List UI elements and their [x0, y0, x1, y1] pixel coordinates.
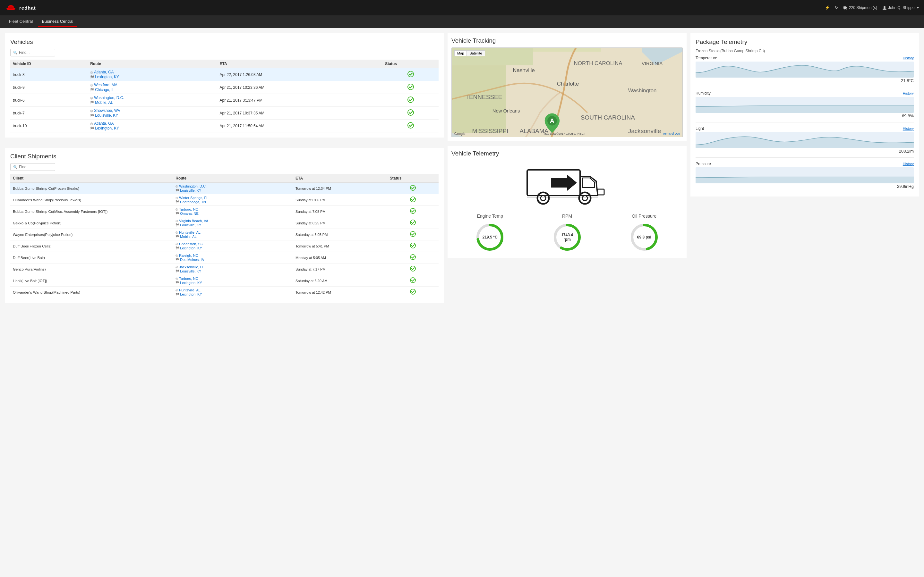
map-tab-map[interactable]: Map: [454, 50, 467, 56]
route-cell: ◎ Charleston, SC 🏁 Lexington, KY: [173, 240, 293, 252]
telemetry-label: Temperature: [696, 56, 717, 60]
top-bar-right: ⚡ ↻ 220 Shipment(s) John Q. Shipper ▾: [825, 5, 919, 10]
svg-text:A: A: [550, 117, 554, 124]
telemetry-chart: [696, 97, 914, 113]
svg-point-19: [410, 277, 415, 283]
eta-cell: Apr 22, 2017 1:26:03 AM: [217, 68, 383, 81]
table-row[interactable]: Ollivander's Wand Shop(Precious Jewels) …: [10, 194, 439, 206]
client-cell: Gekko & Co(Polyjuice Potion): [10, 218, 173, 229]
svg-point-46: [537, 192, 549, 204]
table-row[interactable]: Hooli(Live Bait [IOT]) ◎ Tarboro, NC 🏁 L…: [10, 275, 439, 287]
history-link[interactable]: History: [903, 162, 914, 166]
eta-cell: Apr 21, 2017 10:37:35 AM: [217, 107, 383, 119]
top-bar: redhat ⚡ ↻ 220 Shipment(s) John Q. Shipp…: [0, 0, 924, 15]
truck-container: [451, 160, 683, 208]
vehicle-id-cell: truck-8: [10, 68, 87, 81]
svg-point-11: [410, 185, 415, 190]
svg-point-9: [408, 110, 414, 115]
status-ok-icon: [410, 289, 416, 295]
svg-point-49: [582, 195, 588, 201]
history-link[interactable]: History: [903, 56, 914, 60]
svg-text:SOUTH CAROLINA: SOUTH CAROLINA: [581, 114, 635, 121]
eta-cell: Monday at 5:05 AM: [293, 252, 387, 263]
route-cell: ◎ Tarboro, NC 🏁 Omaha, NE: [173, 206, 293, 218]
svg-point-48: [579, 192, 591, 204]
shipments-table: Client Route ETA Status Bubba Gump Shrim…: [10, 174, 439, 298]
telemetry-label: Pressure: [696, 161, 711, 166]
table-row[interactable]: Genco Pura(Violins) ◎ Jacksonville, FL 🏁…: [10, 263, 439, 275]
shipments-search-bar[interactable]: 🔍: [10, 163, 55, 171]
table-row[interactable]: Duff Beer(Live Bait) ◎ Raleigh, NC 🏁 Des…: [10, 252, 439, 263]
status-ok-icon: [407, 122, 414, 129]
table-row[interactable]: Bubba Gump Shrimp Co(Frozen Steaks) ◎ Wa…: [10, 183, 439, 194]
table-row[interactable]: Gekko & Co(Polyjuice Potion) ◎ Virginia …: [10, 218, 439, 229]
nav-business-central[interactable]: Business Central: [38, 16, 77, 27]
google-logo: Google: [454, 132, 465, 135]
status-ok-icon: [410, 254, 416, 260]
table-row[interactable]: truck-9 ◎ Westford, MA 🏁 Chicago, IL Apr…: [10, 81, 439, 94]
status-cell: [383, 68, 439, 81]
telemetry-chart: [696, 132, 914, 148]
nav-bar: Fleet Central Business Central: [0, 15, 924, 28]
gauge-item: RPM 1743.4 rpm: [551, 213, 583, 254]
history-link[interactable]: History: [903, 91, 914, 95]
table-row[interactable]: truck-10 ◎ Atlanta, GA 🏁 Lexington, KY A…: [10, 119, 439, 132]
vehicles-search-bar[interactable]: 🔍: [10, 49, 55, 56]
eta-cell: Tomorrow at 5:41 PM: [293, 240, 387, 252]
svg-rect-2: [843, 6, 846, 9]
divider: [696, 157, 914, 158]
refresh-icon[interactable]: ↻: [835, 5, 838, 10]
shipments-search-input[interactable]: [19, 165, 52, 169]
status-ok-icon: [410, 197, 416, 202]
search-icon: 🔍: [13, 51, 18, 55]
table-row[interactable]: truck-8 ◎ Atlanta, GA 🏁 Lexington, KY Ap…: [10, 68, 439, 81]
eta-cell: Apr 21, 2017 10:23:36 AM: [217, 81, 383, 94]
telemetry-header: Light History: [696, 126, 914, 131]
history-link[interactable]: History: [903, 127, 914, 131]
client-cell: Wayne Enterprises(Polyjuice Potion): [10, 229, 173, 240]
user-menu[interactable]: John Q. Shipper ▾: [882, 5, 919, 10]
package-telemetry-section: Package Telemetry Frozen Steaks(Bubba Gu…: [690, 33, 919, 197]
table-row[interactable]: Duff Beer(Frozen Cells) ◎ Charleston, SC…: [10, 240, 439, 252]
map-tab-satellite[interactable]: Satellite: [467, 50, 485, 56]
gauge-item: Engine Temp 219.5 °C: [474, 213, 506, 254]
svg-point-15: [410, 231, 415, 237]
telemetry-value: 69.8%: [696, 113, 914, 118]
gauge-value: 1743.4 rpm: [559, 233, 575, 242]
gauge-value: 69.3 psi: [637, 235, 651, 239]
gauge-label: Oil Pressure: [628, 213, 660, 219]
client-cell: Genco Pura(Violins): [10, 263, 173, 275]
table-row[interactable]: Bubba Gump Shrimp Co(Misc. Assembly Fast…: [10, 206, 439, 218]
map-container: KENTUCKY VIRGINIA NORTH CAROLINA TENNESS…: [451, 47, 683, 137]
svg-point-3: [844, 9, 845, 10]
table-row[interactable]: truck-7 ◎ Showshoe, WV 🏁 Louisville, KY …: [10, 107, 439, 119]
svg-point-47: [541, 195, 546, 201]
eta-cell: Tomorrow at 12:42 PM: [293, 287, 387, 298]
telemetry-chart: [696, 61, 914, 77]
telemetry-header: Humidity History: [696, 91, 914, 95]
svg-point-18: [410, 266, 415, 271]
nav-fleet-central[interactable]: Fleet Central: [5, 16, 37, 27]
table-row[interactable]: truck-6 ◎ Washington, D.C. 🏁 Mobile, AL …: [10, 94, 439, 107]
status-cell: [383, 119, 439, 132]
table-row[interactable]: Wayne Enterprises(Polyjuice Potion) ◎ Hu…: [10, 229, 439, 240]
eta-cell: Apr 21, 2017 11:50:54 AM: [217, 119, 383, 132]
tracking-section: Vehicle Tracking KEN: [447, 33, 687, 141]
svg-text:Charlotte: Charlotte: [557, 81, 579, 87]
svg-point-10: [408, 122, 414, 128]
status-cell: [383, 81, 439, 94]
vehicles-search-input[interactable]: [19, 50, 52, 55]
status-ok-icon: [407, 97, 414, 103]
route-cell: ◎ Atlanta, GA 🏁 Lexington, KY: [87, 68, 217, 81]
terms-link[interactable]: Terms of Use: [663, 132, 680, 135]
status-ok-icon: [407, 71, 414, 77]
route-cell: ◎ Huntsville, AL 🏁 Mobile, AL: [173, 229, 293, 240]
telemetry-value: 208.2lm: [696, 149, 914, 153]
status-ok-icon: [410, 219, 416, 226]
table-row[interactable]: Ollivander's Wand Shop(Machined Parts) ◎…: [10, 287, 439, 298]
status-ok-icon: [407, 84, 414, 90]
svg-point-4: [846, 9, 847, 10]
svg-point-5: [884, 6, 885, 8]
route-cell: ◎ Tarboro, NC 🏁 Lexington, KY: [173, 275, 293, 287]
client-cell: Hooli(Live Bait [IOT]): [10, 275, 173, 287]
